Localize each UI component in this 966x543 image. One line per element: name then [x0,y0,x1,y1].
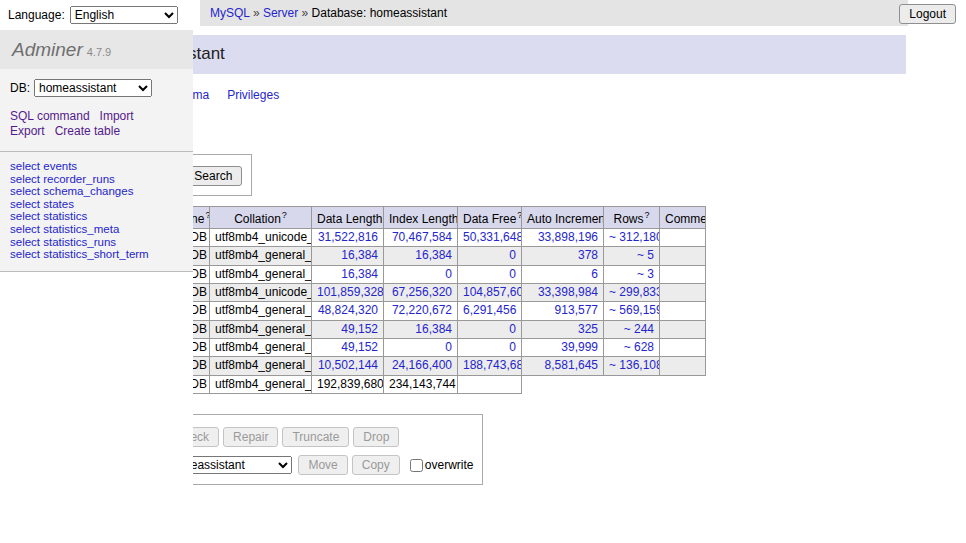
search-button[interactable]: Search [184,166,242,186]
comment-cell [660,338,706,356]
help-icon[interactable]: ? [205,210,209,220]
data-length-cell: 16,384 [312,247,384,265]
sidebar: Language:English Adminer4.7.9 DB:homeass… [0,0,193,543]
index-length-cell: 16,384 [384,320,458,338]
column-header-label: Rows [613,212,643,226]
auto-increment-cell: 325 [522,320,604,338]
index-length-cell: 72,220,672 [384,302,458,320]
data-length-link[interactable]: 16,384 [341,248,378,262]
data-length-link[interactable]: 10,502,144 [318,358,378,372]
sidebar-item-select-statistics-runs[interactable]: select statistics_runs [10,236,183,249]
data-length-link[interactable]: 49,152 [341,340,378,354]
auto-increment-link[interactable]: 378 [578,248,598,262]
overwrite-option: overwrite [408,458,474,472]
index-length-cell: 0 [384,338,458,356]
data-free-cell: 104,857,600 [458,283,522,301]
data-free-link[interactable]: 50,331,648 [463,230,522,244]
help-icon[interactable]: ? [517,210,521,220]
sidebar-item-select-statistics-short-term[interactable]: select statistics_short_term [10,248,183,261]
data-free-link[interactable]: 0 [509,248,516,262]
db-select[interactable]: homeassistant [34,79,152,97]
breadcrumb-link-server[interactable]: Server [263,6,298,20]
sidebar-item-select-statistics-meta[interactable]: select statistics_meta [10,223,183,236]
data-length-link[interactable]: 48,824,320 [318,303,378,317]
rows-count-link[interactable]: ~ 136,108 [609,358,660,372]
rows-count-link[interactable]: ~ 299,833 [609,285,660,299]
index-length-link[interactable]: 16,384 [415,248,452,262]
copy-button[interactable]: Copy [352,455,400,475]
data-free-link[interactable]: 0 [509,267,516,281]
index-length-link[interactable]: 72,220,672 [392,303,452,317]
data-free-link[interactable]: 188,743,680 [463,358,522,372]
rows-count-cell: ~ 312,180 [604,229,660,247]
drop-button[interactable]: Drop [353,427,399,447]
sidebar-item-select-statistics[interactable]: select statistics [10,210,183,223]
data-length-link[interactable]: 31,522,816 [318,230,378,244]
move-button[interactable]: Move [298,455,347,475]
index-length-link[interactable]: 70,467,584 [392,230,452,244]
comment-cell [660,229,706,247]
auto-increment-link[interactable]: 913,577 [555,303,598,317]
auto-increment-link[interactable]: 325 [578,322,598,336]
comment-cell [660,320,706,338]
breadcrumb-current: Database: homeassistant [312,6,447,20]
nav-link-privileges[interactable]: Privileges [227,88,279,102]
data-length-link[interactable]: 16,384 [341,267,378,281]
overwrite-checkbox[interactable] [410,459,423,472]
auto-increment-link[interactable]: 6 [591,267,598,281]
truncate-button[interactable]: Truncate [282,427,349,447]
sidebar-item-select-events[interactable]: select events [10,160,183,173]
rows-count-link[interactable]: ~ 3 [637,267,654,281]
help-icon[interactable]: ? [282,210,287,220]
sidebar-action-export[interactable]: Export [10,124,45,138]
repair-button[interactable]: Repair [223,427,278,447]
data-free-link[interactable]: 0 [509,340,516,354]
sidebar-item-select-states[interactable]: select states [10,198,183,211]
logout-button[interactable]: Logout [899,4,956,24]
sidebar-db-section: DB:homeassistant SQL commandImportExport… [0,69,193,152]
auto-increment-cell: 33,398,984 [522,283,604,301]
language-row: Language:English [0,0,193,30]
index-length-link[interactable]: 16,384 [415,322,452,336]
rows-count-link[interactable]: ~ 244 [624,322,654,336]
index-length-link[interactable]: 67,256,320 [392,285,452,299]
language-select[interactable]: English [70,6,178,24]
breadcrumb-link-mysql[interactable]: MySQL [210,6,250,20]
column-header-label: Comment [665,212,706,226]
auto-increment-link[interactable]: 8,581,645 [545,358,598,372]
index-length-link[interactable]: 24,166,400 [392,358,452,372]
column-header-index-length: Index Length? [384,207,458,229]
auto-increment-link[interactable]: 39,999 [561,340,598,354]
collation-cell: utf8mb4_general_ci [210,265,312,283]
data-free-cell: 0 [458,338,522,356]
sidebar-action-import[interactable]: Import [100,109,134,123]
data-free-link[interactable]: 104,857,600 [463,285,522,299]
data-length-link[interactable]: 101,859,328 [317,285,384,299]
rows-count-link[interactable]: ~ 628 [624,340,654,354]
data-length-link[interactable]: 49,152 [341,322,378,336]
data-length-cell: 101,859,328 [312,283,384,301]
rows-count-cell: ~ 3 [604,265,660,283]
index-length-cell: 16,384 [384,247,458,265]
index-length-link[interactable]: 0 [445,340,452,354]
data-free-cell: 188,743,680 [458,357,522,375]
brand-band: Adminer4.7.9 [0,30,193,69]
sidebar-action-create-table[interactable]: Create table [55,124,120,138]
sidebar-action-sql-command[interactable]: SQL command [10,109,90,123]
help-icon[interactable]: ? [645,210,650,220]
index-length-link[interactable]: 0 [445,267,452,281]
data-free-link[interactable]: 6,291,456 [463,303,516,317]
comment-cell [660,247,706,265]
app-logo: Adminer [12,39,83,60]
rows-count-link[interactable]: ~ 312,180 [609,230,660,244]
auto-increment-link[interactable]: 33,398,984 [538,285,598,299]
rows-count-link[interactable]: ~ 569,159 [609,303,660,317]
sidebar-item-select-schema-changes[interactable]: select schema_changes [10,185,183,198]
data-free-link[interactable]: 0 [509,322,516,336]
column-header-collation: Collation? [210,207,312,229]
sidebar-item-select-recorder-runs[interactable]: select recorder_runs [10,173,183,186]
auto-increment-cell: 8,581,645 [522,357,604,375]
auto-increment-cell: 6 [522,265,604,283]
auto-increment-link[interactable]: 33,898,196 [538,230,598,244]
rows-count-link[interactable]: ~ 5 [637,248,654,262]
